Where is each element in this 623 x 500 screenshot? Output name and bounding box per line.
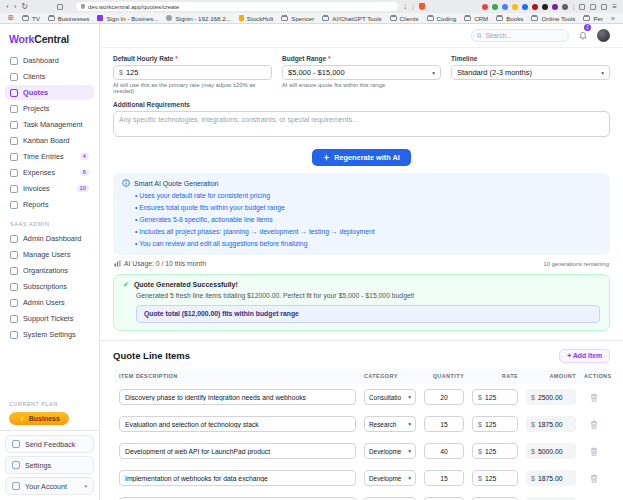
bookmark-item[interactable]: Clients bbox=[390, 15, 419, 22]
col-category: CATEGORY bbox=[364, 373, 416, 379]
sidebar-item-task-management[interactable]: Task Management bbox=[5, 117, 94, 132]
sidebar-item-subscriptions[interactable]: Subscriptions bbox=[5, 279, 94, 294]
sidebar-item-admin-dashboard[interactable]: Admin Dashboard bbox=[5, 231, 94, 246]
quantity-input[interactable] bbox=[430, 475, 458, 482]
extension-icon[interactable] bbox=[552, 4, 558, 10]
regenerate-with-ai-button[interactable]: Regenerate with AI bbox=[312, 149, 410, 166]
sidebar-item-dashboard[interactable]: Dashboard bbox=[5, 53, 94, 68]
bookmark-item[interactable]: Online Tools bbox=[531, 15, 575, 22]
search-input[interactable] bbox=[485, 32, 563, 39]
extension-icon[interactable] bbox=[482, 4, 488, 10]
category-value: Developme bbox=[369, 475, 404, 482]
timeline-select[interactable]: Standard (2-3 months) ▾ bbox=[451, 65, 610, 80]
extension-icon[interactable] bbox=[502, 4, 508, 10]
toolbar-divider: | bbox=[412, 3, 414, 10]
extension-icon[interactable] bbox=[562, 4, 568, 10]
quantity-input[interactable] bbox=[430, 448, 458, 455]
bookmark-item[interactable]: Sign In - Busines... bbox=[97, 15, 158, 22]
quantity-input[interactable] bbox=[430, 394, 458, 401]
delete-item-button[interactable] bbox=[584, 474, 604, 483]
bookmark-item[interactable]: Businesses bbox=[48, 15, 90, 22]
delete-item-button[interactable] bbox=[584, 447, 604, 456]
currency-prefix: $ bbox=[478, 421, 482, 428]
plan-badge[interactable]: ⚡Business bbox=[9, 412, 69, 425]
sidebar-item-organizations[interactable]: Organizations bbox=[5, 263, 94, 278]
rate-cell: $ bbox=[472, 389, 518, 405]
extension-icon[interactable] bbox=[492, 4, 498, 10]
avatar[interactable] bbox=[597, 29, 610, 42]
bookmark-item[interactable]: CRM bbox=[464, 15, 488, 22]
delete-item-button[interactable] bbox=[584, 420, 604, 429]
bookmark-item[interactable]: Spencer bbox=[281, 15, 314, 22]
back-icon[interactable]: ‹ bbox=[6, 3, 9, 11]
bookmark-label: Coding bbox=[437, 15, 457, 22]
sidebar-item-support-tickets[interactable]: Support Tickets bbox=[5, 311, 94, 326]
reload-icon[interactable]: ↻ bbox=[21, 3, 28, 11]
bookmark-item[interactable]: TV bbox=[22, 15, 40, 22]
category-select[interactable]: Developme ▾ bbox=[364, 470, 416, 486]
sidebar-item-quotes[interactable]: Quotes bbox=[5, 85, 94, 100]
download-icon[interactable]: ↓ bbox=[403, 3, 407, 11]
regenerate-button-label: Regenerate with AI bbox=[334, 153, 399, 162]
sidebar-item-reports[interactable]: Reports bbox=[5, 197, 94, 212]
quantity-input[interactable] bbox=[430, 421, 458, 428]
footer-item-settings[interactable]: Settings bbox=[5, 456, 94, 474]
notifications-button[interactable]: 2 bbox=[578, 27, 588, 45]
address-bar[interactable]: dev.workcentral.app/quotes/create bbox=[76, 2, 398, 11]
sidebar-item-time-entries[interactable]: Time Entries 4 bbox=[5, 149, 94, 164]
sidebar-item-system-settings[interactable]: System Settings bbox=[5, 327, 94, 342]
app-logo[interactable]: WorkCentral bbox=[0, 24, 99, 52]
bookmark-item[interactable]: Signin - 192.168.2... bbox=[166, 15, 230, 22]
extension-icon[interactable] bbox=[532, 4, 538, 10]
site-info-icon[interactable] bbox=[81, 4, 85, 9]
sidebar-item-invoices[interactable]: Invoices 10 bbox=[5, 181, 94, 196]
apps-grid-icon[interactable]: ⊞ bbox=[8, 14, 14, 22]
rate-label: Default Hourly Rate * bbox=[113, 55, 272, 62]
sidebar-item-projects[interactable]: Projects bbox=[5, 101, 94, 116]
bookmark-item[interactable]: Books bbox=[496, 15, 523, 22]
bookmark-item[interactable]: Personal bbox=[583, 15, 603, 22]
description-input[interactable] bbox=[125, 475, 350, 482]
side-panel-icon[interactable] bbox=[590, 4, 596, 10]
rate-helper-text: AI will use this as the primary rate (ma… bbox=[113, 82, 272, 94]
description-input[interactable] bbox=[125, 448, 350, 455]
add-item-button[interactable]: + Add Item bbox=[559, 349, 610, 363]
menu-icon[interactable]: ≡ bbox=[612, 3, 617, 11]
rate-input[interactable] bbox=[485, 475, 512, 482]
category-select[interactable]: Developme ▾ bbox=[364, 443, 416, 459]
sidebar-item-kanban-board[interactable]: Kanban Board bbox=[5, 133, 94, 148]
extension-icon[interactable] bbox=[522, 4, 528, 10]
rate-input[interactable] bbox=[126, 68, 266, 77]
profile-icon[interactable] bbox=[601, 4, 607, 10]
bookmark-panel-icon[interactable] bbox=[57, 4, 63, 10]
budget-select[interactable]: $5,000 - $15,000 ▾ bbox=[282, 65, 441, 80]
forward-icon[interactable]: › bbox=[14, 3, 17, 11]
extension-icon[interactable] bbox=[512, 4, 518, 10]
bookmark-item[interactable]: StockHolt bbox=[239, 15, 273, 22]
footer-item-your-account[interactable]: Your Account ▾ bbox=[5, 477, 94, 495]
rate-input[interactable] bbox=[485, 394, 512, 401]
search-box[interactable] bbox=[471, 29, 569, 42]
extension-icon[interactable] bbox=[542, 4, 548, 10]
description-input[interactable] bbox=[125, 421, 350, 428]
rate-input[interactable] bbox=[485, 448, 512, 455]
category-select[interactable]: Consultatio ▾ bbox=[364, 389, 416, 405]
bookmarks-overflow-icon[interactable]: » bbox=[611, 15, 615, 22]
brave-shield-icon[interactable] bbox=[419, 3, 425, 10]
description-input[interactable] bbox=[125, 394, 350, 401]
rate-input[interactable] bbox=[485, 421, 512, 428]
sidebar-item-admin-users[interactable]: Admin Users bbox=[5, 295, 94, 310]
delete-item-button[interactable] bbox=[584, 393, 604, 402]
category-select[interactable]: Research ▾ bbox=[364, 416, 416, 432]
footer-item-send-feedback[interactable]: Send Feedback bbox=[5, 435, 94, 453]
currency-prefix: $ bbox=[531, 394, 535, 401]
additional-requirements-textarea[interactable] bbox=[113, 111, 610, 137]
sidebar-item-clients[interactable]: Clients bbox=[5, 69, 94, 84]
bookmark-item[interactable]: AI/ChatGPT Tools bbox=[322, 15, 381, 22]
bookmark-item[interactable]: Coding bbox=[427, 15, 457, 22]
bookmark-label: AI/ChatGPT Tools bbox=[332, 15, 381, 22]
nav-item-label: Support Tickets bbox=[23, 314, 73, 323]
sidebar-item-manage-users[interactable]: Manage Users bbox=[5, 247, 94, 262]
sidebar-item-expenses[interactable]: Expenses 6 bbox=[5, 165, 94, 180]
tab-search-icon[interactable] bbox=[579, 4, 585, 10]
